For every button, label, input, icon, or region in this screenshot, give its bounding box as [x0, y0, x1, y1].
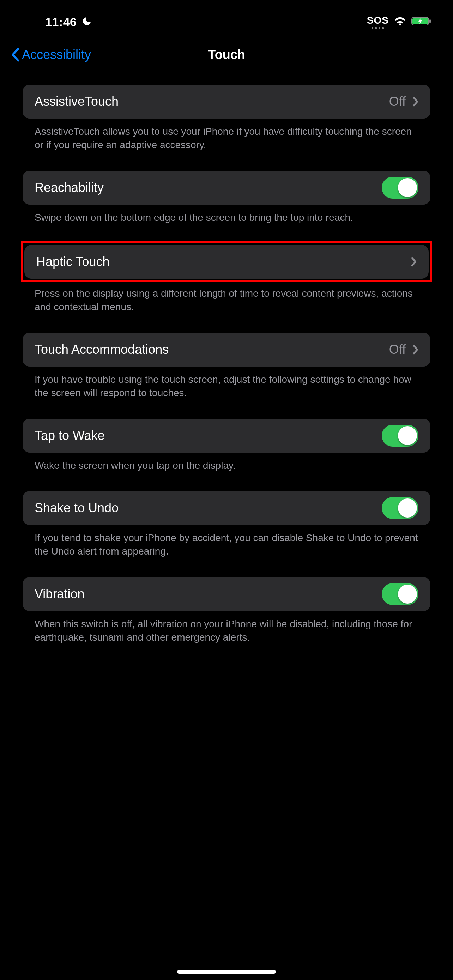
- cell-title: Tap to Wake: [35, 428, 105, 443]
- footer-text: When this switch is off, all vibration o…: [22, 611, 431, 644]
- tap-to-wake-cell: Tap to Wake: [22, 419, 431, 453]
- cell-title: Reachability: [35, 180, 104, 195]
- touch-accommodations-group: Touch Accommodations Off If you have tro…: [22, 332, 431, 400]
- cell-title: Haptic Touch: [37, 255, 110, 269]
- home-indicator[interactable]: [177, 970, 276, 974]
- vibration-cell: Vibration: [22, 577, 431, 611]
- back-button[interactable]: Accessibility: [11, 47, 91, 62]
- status-bar: 11:46 SOS: [0, 0, 453, 39]
- tap-to-wake-switch[interactable]: [382, 425, 418, 447]
- nav-bar: Accessibility Touch: [0, 39, 453, 70]
- battery-charging-icon: [412, 16, 432, 27]
- shake-to-undo-switch[interactable]: [382, 497, 418, 519]
- footer-text: If you tend to shake your iPhone by acci…: [22, 525, 431, 558]
- back-label: Accessibility: [22, 47, 91, 62]
- haptic-touch-group: Haptic Touch Press on the display using …: [22, 241, 431, 313]
- vibration-group: Vibration When this switch is off, all v…: [22, 577, 431, 644]
- assistive-touch-group: AssistiveTouch Off AssistiveTouch allows…: [22, 85, 431, 152]
- reachability-cell: Reachability: [22, 171, 431, 205]
- chevron-left-icon: [11, 48, 20, 62]
- svg-rect-2: [429, 19, 431, 23]
- cell-value: Off: [389, 342, 406, 357]
- cell-title: AssistiveTouch: [35, 94, 119, 109]
- footer-text: If you have trouble using the touch scre…: [22, 366, 431, 400]
- footer-text: Wake the screen when you tap on the disp…: [22, 453, 431, 473]
- tap-to-wake-group: Tap to Wake Wake the screen when you tap…: [22, 419, 431, 473]
- content-scroll[interactable]: AssistiveTouch Off AssistiveTouch allows…: [0, 70, 453, 644]
- vibration-switch[interactable]: [382, 583, 418, 605]
- footer-text: AssistiveTouch allows you to use your iP…: [22, 119, 431, 152]
- reachability-group: Reachability Swipe down on the bottom ed…: [22, 171, 431, 224]
- cell-title: Touch Accommodations: [35, 342, 168, 357]
- sos-indicator: SOS: [367, 15, 389, 29]
- chevron-right-icon: [411, 257, 416, 267]
- highlight-annotation: Haptic Touch: [21, 241, 432, 282]
- status-time: 11:46: [45, 15, 76, 29]
- do-not-disturb-icon: [81, 16, 92, 28]
- chevron-right-icon: [413, 345, 418, 355]
- cell-value: Off: [389, 94, 406, 109]
- touch-accommodations-cell[interactable]: Touch Accommodations Off: [22, 332, 431, 366]
- cell-title: Shake to Undo: [35, 501, 119, 515]
- wifi-icon: [394, 16, 407, 27]
- haptic-touch-cell[interactable]: Haptic Touch: [24, 245, 429, 279]
- chevron-right-icon: [413, 97, 418, 107]
- assistive-touch-cell[interactable]: AssistiveTouch Off: [22, 85, 431, 119]
- page-title: Touch: [208, 47, 245, 62]
- shake-to-undo-group: Shake to Undo If you tend to shake your …: [22, 491, 431, 558]
- footer-text: Press on the display using a different l…: [22, 280, 431, 313]
- footer-text: Swipe down on the bottom edge of the scr…: [22, 205, 431, 224]
- cell-title: Vibration: [35, 587, 84, 601]
- shake-to-undo-cell: Shake to Undo: [22, 491, 431, 525]
- reachability-switch[interactable]: [382, 177, 418, 199]
